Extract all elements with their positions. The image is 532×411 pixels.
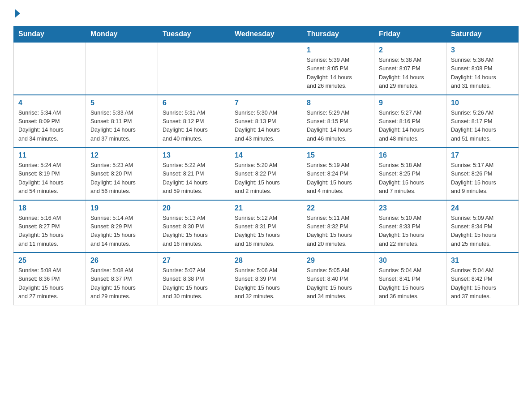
day-number: 9 [379,99,442,107]
calendar-cell: 30Sunrise: 5:04 AM Sunset: 8:41 PM Dayli… [374,253,446,305]
day-info: Sunrise: 5:22 AM Sunset: 8:21 PM Dayligh… [163,161,225,196]
calendar-header-thursday: Thursday [302,26,374,43]
week-row-2: 4Sunrise: 5:34 AM Sunset: 8:09 PM Daylig… [14,95,519,148]
day-info: Sunrise: 5:31 AM Sunset: 8:12 PM Dayligh… [163,109,225,144]
calendar-header-sunday: Sunday [14,26,86,43]
calendar-cell: 6Sunrise: 5:31 AM Sunset: 8:12 PM Daylig… [158,95,230,148]
calendar-header-tuesday: Tuesday [158,26,230,43]
day-info: Sunrise: 5:06 AM Sunset: 8:39 PM Dayligh… [235,266,297,301]
calendar-cell: 27Sunrise: 5:07 AM Sunset: 8:38 PM Dayli… [158,253,230,305]
day-number: 23 [379,204,442,212]
day-info: Sunrise: 5:23 AM Sunset: 8:20 PM Dayligh… [90,161,153,196]
calendar-cell: 7Sunrise: 5:30 AM Sunset: 8:13 PM Daylig… [230,95,302,148]
day-number: 24 [451,204,514,212]
day-info: Sunrise: 5:38 AM Sunset: 8:07 PM Dayligh… [379,56,442,91]
calendar-cell: 29Sunrise: 5:05 AM Sunset: 8:40 PM Dayli… [302,253,374,305]
day-number: 20 [163,204,225,212]
day-info: Sunrise: 5:27 AM Sunset: 8:16 PM Dayligh… [379,109,442,144]
day-number: 11 [18,151,81,159]
calendar-cell: 4Sunrise: 5:34 AM Sunset: 8:09 PM Daylig… [14,95,86,148]
day-number: 5 [90,99,153,107]
day-info: Sunrise: 5:04 AM Sunset: 8:42 PM Dayligh… [451,266,514,301]
calendar-table: SundayMondayTuesdayWednesdayThursdayFrid… [13,26,519,305]
day-number: 4 [18,99,81,107]
calendar-header-wednesday: Wednesday [230,26,302,43]
calendar-cell: 9Sunrise: 5:27 AM Sunset: 8:16 PM Daylig… [374,95,446,148]
calendar-cell: 21Sunrise: 5:12 AM Sunset: 8:31 PM Dayli… [230,200,302,253]
day-info: Sunrise: 5:26 AM Sunset: 8:17 PM Dayligh… [451,109,514,144]
day-info: Sunrise: 5:39 AM Sunset: 8:05 PM Dayligh… [307,56,369,91]
calendar-cell: 5Sunrise: 5:33 AM Sunset: 8:11 PM Daylig… [86,95,158,148]
calendar-cell: 23Sunrise: 5:10 AM Sunset: 8:33 PM Dayli… [374,200,446,253]
day-number: 25 [18,257,81,265]
day-info: Sunrise: 5:34 AM Sunset: 8:09 PM Dayligh… [18,109,81,144]
calendar-cell: 20Sunrise: 5:13 AM Sunset: 8:30 PM Dayli… [158,200,230,253]
calendar-cell: 19Sunrise: 5:14 AM Sunset: 8:29 PM Dayli… [86,200,158,253]
day-number: 16 [379,151,442,159]
day-info: Sunrise: 5:08 AM Sunset: 8:37 PM Dayligh… [90,266,153,301]
day-info: Sunrise: 5:16 AM Sunset: 8:27 PM Dayligh… [18,214,81,249]
calendar-cell [158,42,230,95]
day-number: 18 [18,204,81,212]
day-info: Sunrise: 5:08 AM Sunset: 8:36 PM Dayligh… [18,266,81,301]
day-info: Sunrise: 5:33 AM Sunset: 8:11 PM Dayligh… [90,109,153,144]
day-number: 31 [451,257,514,265]
calendar-cell: 8Sunrise: 5:29 AM Sunset: 8:15 PM Daylig… [302,95,374,148]
calendar-cell [86,42,158,95]
day-number: 27 [163,257,225,265]
calendar-cell: 14Sunrise: 5:20 AM Sunset: 8:22 PM Dayli… [230,147,302,200]
calendar-header-friday: Friday [374,26,446,43]
day-number: 1 [307,46,369,54]
day-number: 17 [451,151,514,159]
calendar-cell: 26Sunrise: 5:08 AM Sunset: 8:37 PM Dayli… [86,253,158,305]
day-number: 15 [307,151,369,159]
day-info: Sunrise: 5:09 AM Sunset: 8:34 PM Dayligh… [451,214,514,249]
day-number: 3 [451,46,514,54]
calendar-cell: 1Sunrise: 5:39 AM Sunset: 8:05 PM Daylig… [302,42,374,95]
calendar-cell: 12Sunrise: 5:23 AM Sunset: 8:20 PM Dayli… [86,147,158,200]
day-number: 22 [307,204,369,212]
calendar-header-row: SundayMondayTuesdayWednesdayThursdayFrid… [14,26,519,43]
calendar-cell: 3Sunrise: 5:36 AM Sunset: 8:08 PM Daylig… [446,42,519,95]
calendar-cell: 10Sunrise: 5:26 AM Sunset: 8:17 PM Dayli… [446,95,519,148]
calendar-cell: 28Sunrise: 5:06 AM Sunset: 8:39 PM Dayli… [230,253,302,305]
day-info: Sunrise: 5:05 AM Sunset: 8:40 PM Dayligh… [307,266,369,301]
day-info: Sunrise: 5:14 AM Sunset: 8:29 PM Dayligh… [90,214,153,249]
day-number: 19 [90,204,153,212]
day-number: 30 [379,257,442,265]
day-info: Sunrise: 5:24 AM Sunset: 8:19 PM Dayligh… [18,161,81,196]
day-info: Sunrise: 5:18 AM Sunset: 8:25 PM Dayligh… [379,161,442,196]
day-info: Sunrise: 5:19 AM Sunset: 8:24 PM Dayligh… [307,161,369,196]
day-info: Sunrise: 5:20 AM Sunset: 8:22 PM Dayligh… [235,161,297,196]
day-number: 8 [307,99,369,107]
day-info: Sunrise: 5:04 AM Sunset: 8:41 PM Dayligh… [379,266,442,301]
day-number: 26 [90,257,153,265]
day-number: 7 [235,99,297,107]
day-info: Sunrise: 5:10 AM Sunset: 8:33 PM Dayligh… [379,214,442,249]
day-info: Sunrise: 5:11 AM Sunset: 8:32 PM Dayligh… [307,214,369,249]
day-number: 2 [379,46,442,54]
calendar-header-saturday: Saturday [446,26,519,43]
day-info: Sunrise: 5:36 AM Sunset: 8:08 PM Dayligh… [451,56,514,91]
page-header [13,9,519,18]
calendar-cell: 11Sunrise: 5:24 AM Sunset: 8:19 PM Dayli… [14,147,86,200]
calendar-cell: 13Sunrise: 5:22 AM Sunset: 8:21 PM Dayli… [158,147,230,200]
logo [13,9,21,18]
calendar-cell [14,42,86,95]
day-info: Sunrise: 5:07 AM Sunset: 8:38 PM Dayligh… [163,266,225,301]
day-info: Sunrise: 5:12 AM Sunset: 8:31 PM Dayligh… [235,214,297,249]
calendar-cell: 16Sunrise: 5:18 AM Sunset: 8:25 PM Dayli… [374,147,446,200]
calendar-cell: 24Sunrise: 5:09 AM Sunset: 8:34 PM Dayli… [446,200,519,253]
calendar-cell: 2Sunrise: 5:38 AM Sunset: 8:07 PM Daylig… [374,42,446,95]
day-number: 6 [163,99,225,107]
calendar-cell: 15Sunrise: 5:19 AM Sunset: 8:24 PM Dayli… [302,147,374,200]
calendar-cell: 18Sunrise: 5:16 AM Sunset: 8:27 PM Dayli… [14,200,86,253]
logo-arrow-icon [15,9,20,18]
calendar-cell: 22Sunrise: 5:11 AM Sunset: 8:32 PM Dayli… [302,200,374,253]
day-number: 21 [235,204,297,212]
day-info: Sunrise: 5:30 AM Sunset: 8:13 PM Dayligh… [235,109,297,144]
calendar-cell [230,42,302,95]
calendar-cell: 25Sunrise: 5:08 AM Sunset: 8:36 PM Dayli… [14,253,86,305]
day-number: 14 [235,151,297,159]
calendar-cell: 31Sunrise: 5:04 AM Sunset: 8:42 PM Dayli… [446,253,519,305]
